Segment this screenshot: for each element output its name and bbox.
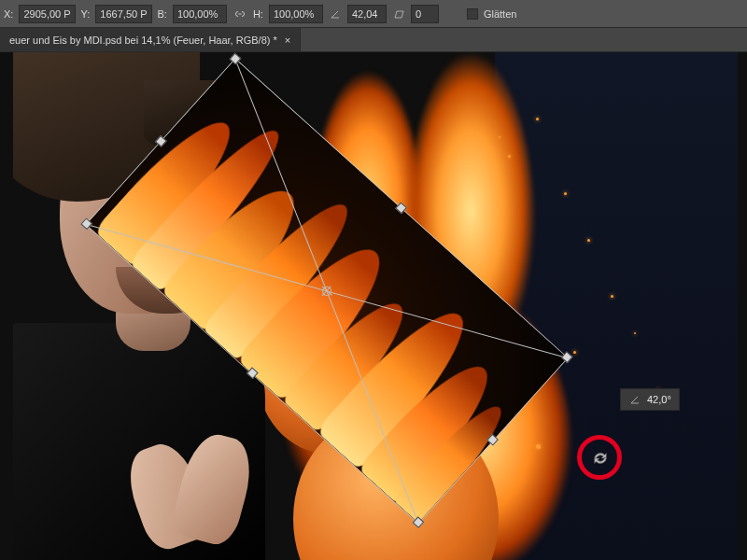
x-label: X: — [4, 8, 13, 20]
link-icon[interactable] — [233, 7, 247, 21]
tab-bar: euer und Eis by MDI.psd bei 14,1% (Feuer… — [0, 28, 747, 52]
tab-title: euer und Eis by MDI.psd bei 14,1% (Feuer… — [9, 35, 277, 46]
annotation-circle — [577, 435, 622, 480]
y-field[interactable]: 1667,50 P — [95, 5, 151, 23]
smooth-label: Glätten — [484, 8, 516, 20]
h-label: H: — [253, 8, 263, 20]
angle-icon — [329, 7, 342, 21]
shear-field[interactable]: 0 — [411, 5, 439, 23]
h-field[interactable]: 100,00% — [269, 5, 323, 23]
angle-field[interactable]: 42,04 — [347, 5, 387, 23]
w-field[interactable]: 100,00% — [173, 5, 227, 23]
tooltip-value: 42,0° — [647, 394, 671, 405]
document-tab[interactable]: euer und Eis by MDI.psd bei 14,1% (Feuer… — [0, 28, 301, 51]
angle-glyph-icon — [628, 393, 641, 406]
y-label: Y: — [81, 8, 91, 20]
shear-icon — [392, 7, 405, 21]
options-bar: X: 2905,00 P Y: 1667,50 P B: 100,00% H: … — [0, 0, 747, 28]
x-field[interactable]: 2905,00 P — [19, 5, 75, 23]
canvas[interactable]: 42,0° — [0, 52, 747, 560]
w-label: B: — [158, 8, 167, 20]
close-icon[interactable]: × — [285, 35, 290, 46]
angle-tooltip: 42,0° — [620, 388, 680, 411]
smooth-checkbox[interactable] — [467, 8, 478, 20]
